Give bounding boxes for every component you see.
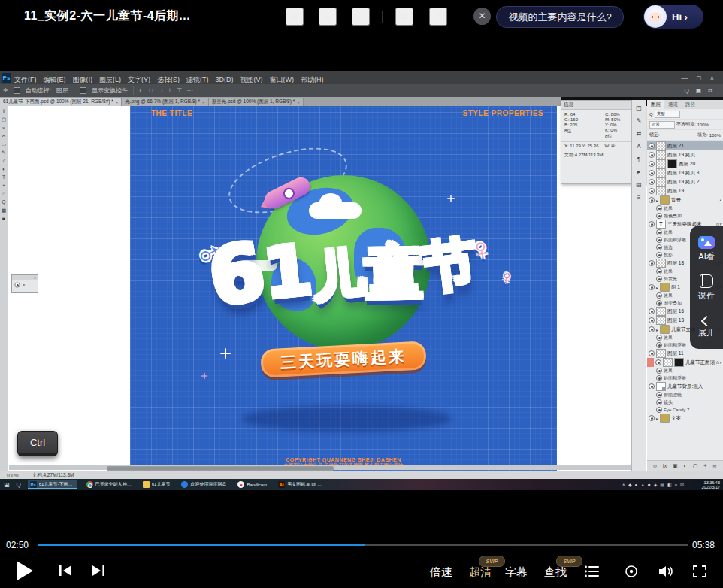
share-icon[interactable] <box>286 8 304 26</box>
taskbar-item: Ps61儿童节-下画面.p... <box>28 480 77 489</box>
group-arrow-icon: ▸ <box>656 285 658 290</box>
banner-text: 三天玩耍嗨起来 <box>280 347 407 371</box>
volume-icon[interactable] <box>658 565 674 578</box>
ps-menu-item: 滤镜(T) <box>186 76 209 83</box>
tool-icon: ⌁ <box>2 125 5 130</box>
layer-thumbnail <box>656 150 666 159</box>
assistant-button[interactable]: Hi › <box>643 5 703 29</box>
visibility-eye-icon <box>656 342 662 348</box>
tool-icon: ⌖ <box>2 183 5 188</box>
tool-icon: ✛ <box>2 108 5 114</box>
play-button[interactable] <box>17 561 33 580</box>
fullscreen-icon[interactable] <box>691 565 708 578</box>
ps-panel-dock: ◳✎⇄A¶▸▤≡ <box>631 100 646 471</box>
watch-point-icon[interactable] <box>623 565 640 578</box>
headline-char: 节 <box>420 238 479 292</box>
opacity-value: 100% <box>697 123 709 127</box>
group-arrow-icon: ▸ <box>656 416 658 421</box>
layer-name: 图层 19 拷贝 <box>667 152 721 159</box>
courseware-button[interactable]: 课件 <box>698 274 715 302</box>
video-player-window: 11_实例2-六一儿童节-4后期... ✕ <box>0 0 723 588</box>
tool-icon: ▢ <box>2 117 6 122</box>
tool-icon: ▩ <box>2 208 6 213</box>
find-button[interactable]: 查找 <box>544 565 567 580</box>
headline-char: 1 <box>261 239 315 306</box>
expand-button[interactable]: 展开 <box>698 314 715 338</box>
download-icon[interactable] <box>319 8 337 26</box>
ai-watch-button[interactable]: AI看 <box>698 236 715 262</box>
layer-thumbnail <box>656 259 666 268</box>
tray-icon: ◧ <box>667 482 672 487</box>
taskbar-item-label: 已登录全能大神8... <box>95 481 132 488</box>
folder-icon <box>143 481 150 488</box>
layer-effect-row: 斜面和浮雕 <box>647 374 723 382</box>
layer-row: 图层 11 <box>647 349 723 358</box>
picture-in-picture-icon[interactable] <box>395 8 413 26</box>
layers-panel-tabs: 图层通道路径 <box>647 100 723 109</box>
playlist-icon[interactable] <box>584 565 600 578</box>
tab-close-icon: × <box>297 100 300 105</box>
taskbar-item-label: 61儿童节 <box>152 481 171 488</box>
video-frame[interactable]: Ps 文件(F)编辑(E)图像(I)图层(L)文字(Y)选择(S)滤镜(T)3D… <box>0 71 723 490</box>
windows-taskbar: ⊞ Q Ps61儿童节-下画面.p...已登录全能大神8...61儿童节欢迎使用… <box>0 479 723 490</box>
ps-icon: Ps <box>30 481 37 488</box>
layer-mask-thumbnail <box>667 159 677 168</box>
layer-thumbnail <box>663 358 673 367</box>
layers-blend-row: 正常 不透明度: 100% <box>647 120 723 130</box>
layer-name: 儿童节正面渐变 <box>685 359 715 366</box>
layer-thumbnail <box>660 414 670 423</box>
layer-thumbnail <box>656 141 666 150</box>
tray-icon: ◈ <box>654 482 658 487</box>
tray-icon: ■ <box>648 483 651 487</box>
previous-button[interactable] <box>59 565 72 577</box>
svip-badge-find: SVIP <box>556 556 582 567</box>
netdisk-icon <box>181 481 188 488</box>
ps-menu-bar: Ps 文件(F)编辑(E)图像(I)图层(L)文字(Y)选择(S)滤镜(T)3D… <box>0 71 723 84</box>
show-transform-label: 显示变换控件 <box>92 86 128 95</box>
quality-button[interactable]: 超清 <box>469 565 492 580</box>
visibility-eye-icon <box>649 143 655 149</box>
group-arrow-icon: ▸ <box>656 327 658 332</box>
sparkle-decoration <box>447 195 455 202</box>
ai-question-pill[interactable]: 视频的主要内容是什么? <box>496 6 624 28</box>
visibility-eye-icon <box>656 300 662 306</box>
layers-lock-row: 锁定: 填充: 100% <box>647 130 723 141</box>
subtitle-button[interactable]: 字幕 <box>505 565 528 580</box>
layer-thumbnail <box>656 316 666 325</box>
ps-menu-item: 视图(V) <box>240 76 263 83</box>
capture-clip-icon[interactable] <box>429 8 447 26</box>
tool-icon: ⁄ <box>3 158 4 163</box>
visibility-eye-icon <box>656 335 662 341</box>
layer-name: 效果 <box>664 205 721 212</box>
visibility-eye-icon <box>656 213 662 219</box>
tab-close-icon: × <box>202 100 205 105</box>
visibility-eye-icon <box>656 229 662 235</box>
total-time: 05:38 <box>692 540 715 550</box>
assistant-avatar <box>644 5 667 28</box>
tab-close-icon: × <box>116 100 119 105</box>
speed-button[interactable]: 倍速 <box>430 565 452 580</box>
layers-filter-row: Q 类型 <box>647 109 723 120</box>
tool-icon: ■ <box>2 216 5 221</box>
tray-icon: ▤ <box>660 482 664 487</box>
auto-select-value: 图层 <box>56 86 68 95</box>
more-options-icon[interactable] <box>352 8 370 26</box>
layer-name: 斜面和浮雕 <box>664 375 721 382</box>
align-icon: ⊐ <box>158 87 163 94</box>
layers-tab: 图层 <box>647 100 664 109</box>
auto-select-checkbox <box>14 87 20 94</box>
headline-char: 6 <box>204 235 271 314</box>
layer-row: ▸文案 <box>647 414 723 423</box>
visibility-eye-icon <box>649 188 655 194</box>
sparkle-decoration <box>220 348 231 359</box>
dock-panel-icon: ⇄ <box>637 130 642 137</box>
close-window-icon: × <box>710 74 714 82</box>
visibility-eye-icon <box>656 407 662 413</box>
progress-bar[interactable] <box>38 544 688 546</box>
ai-icon: Ai <box>278 481 285 488</box>
layer-filter-select: 类型 <box>655 111 680 118</box>
window-controls: —□× <box>681 71 714 84</box>
next-button[interactable] <box>92 565 105 577</box>
info-rgb-values: R: 64G: 160B: 2058位 <box>564 112 600 140</box>
close-ai-tip-icon[interactable]: ✕ <box>473 8 491 25</box>
